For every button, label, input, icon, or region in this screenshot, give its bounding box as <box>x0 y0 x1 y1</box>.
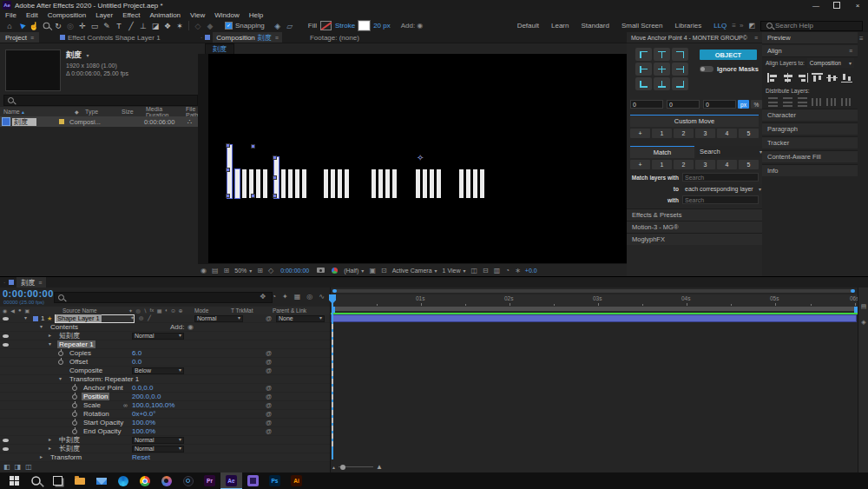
help-search-box[interactable]: Search Help <box>760 21 863 31</box>
menu-composition[interactable]: Composition <box>48 11 86 19</box>
expand-transfer-icon[interactable]: ◨ <box>15 463 22 471</box>
axis-mode-icon[interactable]: ◇ <box>192 20 204 31</box>
tick-bar[interactable] <box>235 169 240 198</box>
group-blend-mode-dropdown[interactable]: Normal▾ <box>132 446 184 453</box>
property-value[interactable]: 100.0,100.0% <box>132 401 174 409</box>
tick-bar[interactable] <box>345 169 349 198</box>
property-pickwhip-icon[interactable]: @ <box>266 401 272 409</box>
eye-icon[interactable] <box>3 447 9 451</box>
photoshop-app[interactable]: Ps <box>264 472 286 489</box>
dock-menu-icon[interactable]: ≡ <box>859 35 864 43</box>
project-item-row[interactable]: 刻度 Composi... 0:00:06:00 ∴ <box>0 116 198 127</box>
column-size[interactable]: Size <box>118 109 142 115</box>
tab-composition[interactable]: Composition 刻度 ≡ <box>213 32 282 43</box>
mail-app[interactable] <box>90 472 112 489</box>
zoom-out-mountain-icon[interactable]: ▲ <box>332 465 336 470</box>
expand-inout-icon[interactable]: ◫ <box>25 463 32 471</box>
property-value[interactable]: 100.0% <box>132 419 155 426</box>
tick-bar[interactable] <box>288 169 293 198</box>
anchor-offset-input-1[interactable] <box>630 100 663 109</box>
stopwatch-icon[interactable] <box>58 351 63 356</box>
shy-layers-icon[interactable]: ✦ <box>282 293 288 301</box>
comp-timecode[interactable]: 0:00:00:00 <box>280 268 309 274</box>
align-panel-header[interactable]: Align ≡ <box>762 45 858 57</box>
group-blend-mode-dropdown[interactable]: Normal▾ <box>132 333 184 340</box>
source-name-header[interactable]: Source Name <box>62 307 97 314</box>
exposure-value[interactable]: +0.0 <box>525 268 537 274</box>
type-tool[interactable]: T <box>113 20 125 31</box>
camera-app[interactable] <box>177 472 199 489</box>
work-area-bar[interactable] <box>331 306 858 312</box>
audio-column-icon[interactable]: ◀ <box>10 307 15 314</box>
match-preset-5[interactable]: 5 <box>739 160 759 169</box>
tick-bar[interactable] <box>466 169 470 198</box>
tick-bar[interactable] <box>459 169 464 198</box>
fast-previews-icon[interactable]: ▥ <box>494 267 501 274</box>
tab-footage[interactable]: Footage: (none) <box>305 32 365 43</box>
menu-layer[interactable]: Layer <box>95 11 113 19</box>
stopwatch-icon[interactable] <box>58 360 63 365</box>
eye-icon[interactable] <box>3 317 9 320</box>
stopwatch-icon[interactable] <box>72 429 77 434</box>
workspace-default[interactable]: Default <box>517 22 539 30</box>
workspace-standard[interactable]: Standard <box>581 22 608 30</box>
property-value[interactable]: 0x+0.0° <box>132 410 155 418</box>
purple-app[interactable] <box>242 472 264 489</box>
tick-bar[interactable] <box>331 169 335 198</box>
parent-pickwhip-icon[interactable]: @ <box>266 314 272 322</box>
tick-bar[interactable] <box>256 169 260 198</box>
match-preset-3[interactable]: 3 <box>695 160 715 169</box>
expander-icon[interactable]: ▸ <box>49 332 51 340</box>
property-pickwhip-icon[interactable]: @ <box>266 427 272 435</box>
add-icon[interactable]: ◉ <box>417 22 423 30</box>
close-button[interactable]: × <box>847 0 868 10</box>
stopwatch-icon[interactable] <box>72 386 77 391</box>
timeline-track-area[interactable]: 01s02s03s04s05s06s <box>330 287 858 473</box>
selection-handle[interactable] <box>273 175 277 180</box>
tick-bar[interactable] <box>338 169 342 198</box>
premiere-pro-app[interactable]: Pr <box>199 472 220 489</box>
composite-dropdown[interactable]: Below▾ <box>132 367 184 374</box>
eye-icon[interactable] <box>3 334 9 338</box>
object-button[interactable]: OBJECT <box>700 50 757 60</box>
view-layout-menu[interactable]: 1 View▾ <box>443 268 466 274</box>
camera-tool[interactable]: ◎ <box>64 20 76 31</box>
after-effects-app[interactable]: Ae <box>220 472 242 489</box>
distribute-bottom-icon[interactable] <box>797 97 808 107</box>
reset-link[interactable]: Reset <box>132 453 150 461</box>
selection-handle[interactable] <box>251 194 255 198</box>
graph-editor-icon[interactable]: ∿ <box>319 293 325 301</box>
stopwatch-icon[interactable] <box>72 403 77 408</box>
mask-visibility-icon[interactable]: ◇ <box>268 267 273 274</box>
group-blend-mode-dropdown[interactable]: Normal▾ <box>132 437 184 444</box>
world-axis-icon[interactable]: ◆ <box>204 20 216 31</box>
stroke-label[interactable]: Stroke <box>335 22 355 30</box>
property-label[interactable]: Anchor Point <box>82 384 125 392</box>
puppet-pin-tool[interactable]: ✶ <box>174 20 186 31</box>
anchor-left-button[interactable] <box>635 63 652 76</box>
tab-project[interactable]: Project ≡ <box>0 32 39 43</box>
pixel-aspect-icon[interactable]: ⊟ <box>483 267 489 274</box>
align-top-icon[interactable] <box>812 73 823 83</box>
anchor-offset-input-3[interactable] <box>703 100 736 109</box>
expander-icon[interactable]: ▾ <box>59 375 62 383</box>
align-target-dropdown[interactable]: Composition▾ <box>807 58 854 68</box>
blend-mode-dropdown[interactable]: Normal▾ <box>194 315 243 322</box>
expander-icon[interactable]: ▸ <box>49 436 51 444</box>
distribute-top-icon[interactable] <box>767 97 779 107</box>
trkmat-header[interactable]: T TrkMat <box>231 307 253 314</box>
clone-stamp-tool[interactable]: ⊥ <box>137 20 149 31</box>
comp-flowchart-icon[interactable]: ✥ <box>260 293 266 301</box>
anchor-top-button[interactable] <box>654 48 670 61</box>
menu-file[interactable]: File <box>5 11 16 19</box>
property-label[interactable]: Contents <box>49 323 80 331</box>
comp-marker-icon[interactable]: ▤ <box>861 303 867 310</box>
tick-bar[interactable] <box>437 169 441 198</box>
magnification-menu[interactable]: 50%▾ <box>234 268 252 274</box>
tick-bar[interactable] <box>302 169 306 198</box>
preview-panel-header[interactable]: Preview <box>762 32 858 44</box>
expander-icon[interactable]: ▸ <box>40 453 43 461</box>
selection-handle[interactable] <box>251 144 255 149</box>
layer-color-chip[interactable] <box>33 316 38 321</box>
project-item-name[interactable]: 刻度 <box>12 118 36 126</box>
